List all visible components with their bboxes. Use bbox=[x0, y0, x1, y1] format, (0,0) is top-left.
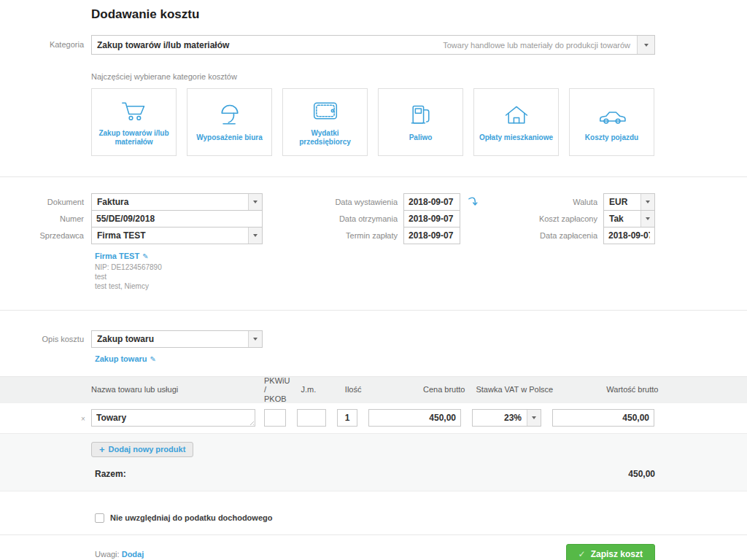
income-tax-checkbox[interactable] bbox=[95, 513, 104, 523]
unit-input[interactable] bbox=[297, 409, 326, 427]
cost-paid-value: Tak bbox=[604, 211, 640, 227]
due-date-label: Termin zapłaty bbox=[263, 227, 403, 244]
col-value-header: Wartość brutto bbox=[556, 385, 658, 394]
car-icon bbox=[597, 102, 627, 128]
income-tax-label: Nie uwzględniaj do podatku dochodowego bbox=[110, 513, 272, 522]
paid-date-label: Data zapłacenia bbox=[460, 227, 603, 244]
col-unit-header: J.m. bbox=[301, 385, 330, 394]
seller-label: Sprzedawca bbox=[0, 227, 91, 244]
paid-date-input[interactable] bbox=[603, 227, 655, 244]
tile-label: Wyposażenie biura bbox=[192, 133, 266, 143]
chevron-down-icon bbox=[637, 36, 654, 54]
col-price-header: Cena brutto bbox=[372, 385, 465, 394]
edit-pencil-icon[interactable]: ✎ bbox=[150, 355, 156, 363]
chevron-down-icon bbox=[248, 228, 262, 244]
col-vat-header: Stawka VAT w Polsce bbox=[476, 385, 545, 394]
category-select[interactable]: Zakup towarów i/lub materiałów Towary ha… bbox=[91, 35, 655, 55]
tile-wyposazenie-biura[interactable]: Wyposażenie biura bbox=[187, 88, 272, 156]
tile-paliwo[interactable]: Paliwo bbox=[378, 88, 463, 156]
seller-address-line: test test, Niemcy bbox=[95, 281, 747, 291]
check-icon: ✓ bbox=[578, 549, 586, 559]
category-row: Kategoria Zakup towarów i/lub materiałów… bbox=[0, 35, 747, 55]
add-product-label: Dodaj nowy produkt bbox=[109, 445, 186, 454]
cost-description-select[interactable]: Zakup towaru bbox=[91, 330, 263, 348]
gross-value-input[interactable] bbox=[552, 409, 654, 427]
chevron-down-icon bbox=[248, 331, 262, 347]
products-summary-band: + Dodaj nowy produkt Razem: 450,00 bbox=[0, 433, 747, 491]
document-number-input[interactable] bbox=[91, 210, 263, 228]
notes-label: Uwagi: bbox=[95, 550, 120, 559]
save-cost-label: Zapisz koszt bbox=[591, 549, 643, 559]
add-product-button[interactable]: + Dodaj nowy produkt bbox=[91, 442, 193, 457]
quantity-input[interactable] bbox=[337, 409, 357, 427]
category-label: Kategoria bbox=[0, 35, 91, 55]
seller-details: Firma TEST✎ NIP: DE1234567890 test test … bbox=[95, 251, 747, 291]
seller-name-link[interactable]: Firma TEST bbox=[95, 252, 139, 260]
seller-select[interactable]: Firma TEST bbox=[91, 227, 263, 244]
currency-select[interactable]: EUR bbox=[603, 193, 655, 211]
notes-add-link[interactable]: Dodaj bbox=[122, 550, 144, 559]
currency-value: EUR bbox=[604, 194, 640, 210]
chevron-down-icon bbox=[248, 194, 262, 210]
document-type-value: Faktura bbox=[92, 194, 248, 210]
issue-date-label: Data wystawienia bbox=[263, 193, 403, 211]
category-value: Zakup towarów i/lub materiałów bbox=[92, 36, 443, 54]
gross-price-input[interactable] bbox=[368, 409, 461, 427]
document-type-select[interactable]: Faktura bbox=[91, 193, 263, 211]
plus-icon: + bbox=[99, 445, 105, 454]
description-section: Opis kosztu Zakup towaru Zakup towaru✎ bbox=[0, 311, 747, 363]
tile-label: Koszty pojazdu bbox=[581, 133, 643, 143]
document-type-label: Dokument bbox=[0, 193, 91, 211]
due-date-input[interactable] bbox=[403, 227, 460, 244]
tile-label: Zakup towarów i/lub materiałów bbox=[92, 129, 176, 147]
chevron-down-icon bbox=[640, 211, 654, 227]
wallet-icon bbox=[310, 98, 341, 124]
add-cost-page: Dodawanie kosztu Kategoria Zakup towarów… bbox=[0, 0, 747, 560]
edit-pencil-icon[interactable]: ✎ bbox=[142, 252, 148, 260]
category-tiles: Zakup towarów i/lub materiałów Wyposażen… bbox=[91, 88, 655, 156]
remove-row-icon[interactable]: × bbox=[81, 415, 85, 423]
tile-koszty-pojazdu[interactable]: Koszty pojazdu bbox=[569, 88, 654, 156]
col-qty-header: Ilość bbox=[341, 385, 361, 394]
col-pkwiu-header: PKWiU / PKOB bbox=[264, 376, 290, 404]
total-label: Razem: bbox=[95, 469, 126, 479]
receive-date-input[interactable] bbox=[403, 210, 460, 228]
tile-label: Paliwo bbox=[405, 133, 437, 143]
tile-wydatki-przedsiebiorcy[interactable]: Wydatki przedsiębiorcy bbox=[282, 88, 368, 156]
vat-rate-value: 23% bbox=[473, 410, 527, 426]
refresh-icon[interactable] bbox=[468, 196, 478, 209]
currency-label: Waluta bbox=[460, 193, 603, 211]
seller-nip: NIP: DE1234567890 bbox=[95, 262, 747, 272]
seller-value: Firma TEST bbox=[92, 228, 248, 244]
document-number-label: Numer bbox=[0, 210, 91, 228]
vat-rate-select[interactable]: 23% bbox=[472, 409, 541, 427]
cart-icon bbox=[119, 98, 150, 124]
product-row: × 23% bbox=[0, 403, 747, 433]
category-hint: Towary handlowe lub materiały do produkc… bbox=[443, 36, 637, 54]
desk-lamp-icon bbox=[214, 102, 245, 128]
document-section: Dokument Faktura Data wystawienia bbox=[0, 177, 747, 291]
page-title: Dodawanie kosztu bbox=[0, 0, 747, 22]
tiles-caption: Najczęściej wybierane kategorie kosztów bbox=[91, 72, 747, 81]
cost-description-value: Zakup towaru bbox=[92, 331, 248, 347]
cost-paid-select[interactable]: Tak bbox=[603, 210, 655, 228]
col-name-header: Nazwa towaru lub usługi bbox=[91, 385, 255, 394]
fuel-pump-icon bbox=[406, 102, 436, 128]
pkwiu-input[interactable] bbox=[264, 409, 286, 427]
total-value: 450,00 bbox=[628, 469, 655, 479]
save-cost-button[interactable]: ✓ Zapisz koszt bbox=[566, 544, 655, 560]
tile-zakup-towarow[interactable]: Zakup towarów i/lub materiałów bbox=[91, 88, 177, 156]
receive-date-label: Data otrzymania bbox=[263, 210, 403, 228]
tile-label: Opłaty mieszkaniowe bbox=[475, 133, 557, 143]
product-name-input[interactable] bbox=[91, 409, 255, 427]
income-tax-row: Nie uwzględniaj do podatku dochodowego bbox=[95, 513, 747, 523]
issue-date-input[interactable] bbox=[403, 193, 460, 211]
cost-description-edit-link[interactable]: Zakup towaru bbox=[95, 354, 147, 363]
footer-row: Uwagi: Dodaj ✓ Zapisz koszt bbox=[0, 535, 747, 560]
chevron-down-icon bbox=[527, 410, 541, 426]
tile-label: Wydatki przedsiębiorcy bbox=[283, 129, 367, 147]
chevron-down-icon bbox=[640, 194, 654, 210]
house-icon bbox=[501, 102, 532, 128]
tile-oplaty-mieszkaniowe[interactable]: Opłaty mieszkaniowe bbox=[473, 88, 559, 156]
seller-address-line: test bbox=[95, 272, 747, 281]
